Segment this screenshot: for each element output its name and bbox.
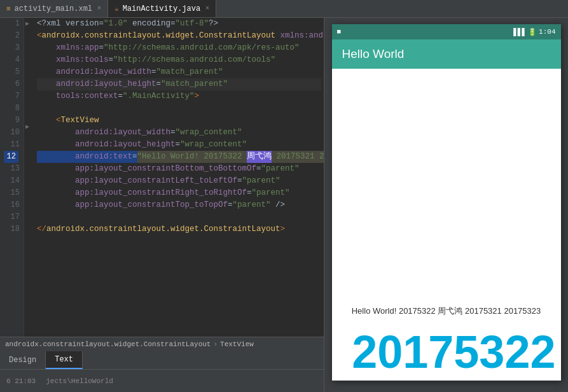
phone-app-title: Hello World [342,47,405,61]
phone-time: 1:04 [539,28,555,36]
phone-hello-text: Hello World! 20175322 周弋鸿 20175321 20175… [352,305,541,317]
tab-java-label: MainActivity.java [123,4,200,13]
breadcrumb-constraint: androidx.constraintlayout.widget.Constra… [5,340,211,348]
phone-signal-bars: ▋▋▋ [513,28,526,36]
code-line-12: android:text="Hello World! 20175322 周弋鸿 … [37,151,321,163]
code-line-16: app:layout_constraintTop_toTopOf="parent… [37,199,321,211]
code-line-1: <?xml version="1.0" encoding="utf-8"?> [37,18,321,30]
phone-content: Hello World! 20175322 周弋鸿 20175321 20175… [332,69,561,381]
tab-design-label: Design [9,356,36,365]
editor-panel: 12345 678910 1112131415 161718 ▶ ▶ <?xml… [0,18,324,392]
phone-battery-icon: 🔋 [528,28,537,36]
line-numbers: 12345 678910 1112131415 161718 [0,18,24,337]
code-line-4: xmlns:tools="http://schemas.android.com/… [37,54,321,66]
code-line-7: tools:context=".MainActivity"> [37,90,321,102]
phone-status-bar: ■ ▋▋▋ 🔋 1:04 [332,24,561,39]
code-line-3: xmlns:app="http://schemas.android.com/ap… [37,42,321,54]
code-line-14: app:layout_constraintLeft_toLeftOf="pare… [37,175,321,187]
editor-bottom: androidx.constraintlayout.widget.Constra… [0,337,324,369]
breadcrumb-bar: androidx.constraintlayout.widget.Constra… [0,337,324,351]
project-path: jects\HelloWorld [46,377,113,385]
tab-xml[interactable]: ≡ activity_main.xml × [0,0,108,17]
fold-icon-9[interactable]: ▶ [25,121,29,133]
code-content[interactable]: <?xml version="1.0" encoding="utf-8"?> <… [34,18,324,337]
code-line-10: android:layout_width="wrap_content" [37,127,321,139]
tab-bar: ≡ activity_main.xml × ☕ MainActivity.jav… [0,0,568,18]
code-line-2: <androidx.constraintlayout.widget.Constr… [37,30,321,42]
code-area[interactable]: 12345 678910 1112131415 161718 ▶ ▶ <?xml… [0,18,324,337]
tab-java-close[interactable]: × [205,5,209,12]
code-line-15: app:layout_constraintRight_toRightOf="pa… [37,187,321,199]
xml-icon: ≡ [6,5,11,13]
fold-icon-1[interactable]: ▶ [25,18,29,30]
gutter: ▶ ▶ [24,18,34,337]
code-line-18: </androidx.constraintlayout.widget.Const… [37,223,321,235]
code-line-8 [37,102,321,115]
status-bar: 6 21:03 jects\HelloWorld [0,369,324,392]
phone-bottom-number: 20175322 [347,323,560,381]
code-line-9: <TextView [37,115,321,127]
code-line-11: android:layout_height="wrap_content" [37,139,321,151]
phone-signal-icon: ■ [337,28,342,36]
code-line-17 [37,211,321,223]
tab-text[interactable]: Text [46,351,83,369]
phone-frame: ■ ▋▋▋ 🔋 1:04 Hello World Hello World! 20… [332,24,561,381]
tab-java[interactable]: ☕ MainActivity.java × [108,0,216,17]
line-col-indicator: 6 21:03 [6,377,36,385]
main-area: 12345 678910 1112131415 161718 ▶ ▶ <?xml… [0,18,568,392]
tab-design[interactable]: Design [0,351,46,369]
code-line-6: android:layout_height="match_parent" [37,78,321,90]
design-text-tabs: Design Text [0,351,324,369]
breadcrumb-textview: TextView [220,340,254,348]
phone-title-bar: Hello World [332,39,561,69]
tab-text-label: Text [55,355,73,364]
phone-panel: ■ ▋▋▋ 🔋 1:04 Hello World Hello World! 20… [324,18,568,392]
code-line-13: app:layout_constraintBottom_toBottomOf="… [37,163,321,175]
code-line-5: android:layout_width="match_parent" [37,66,321,78]
tab-xml-close[interactable]: × [97,5,101,12]
tab-xml-label: activity_main.xml [15,4,92,13]
java-icon: ☕ [114,4,119,13]
